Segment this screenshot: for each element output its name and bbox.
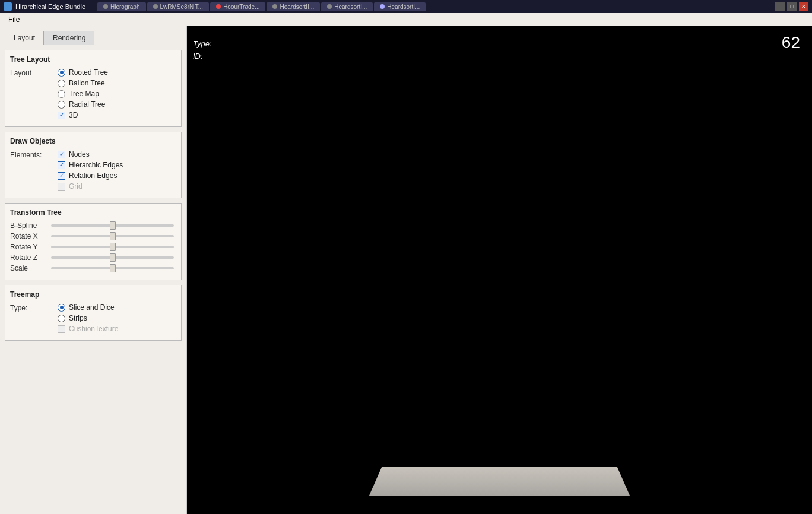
- radio-rooted-tree-input[interactable]: [58, 69, 65, 77]
- bspline-label: B-Spline: [10, 221, 49, 230]
- transform-tree-section: Transform Tree B-Spline Rotate X Rotate …: [5, 203, 182, 280]
- radio-ballon-tree-input[interactable]: [58, 80, 65, 87]
- canvas-shape: [369, 467, 630, 496]
- bspline-thumb[interactable]: [110, 221, 116, 230]
- maximize-button[interactable]: □: [787, 2, 797, 11]
- treemap-radio-group: Slice and Dice Strips CushionTexture: [58, 303, 118, 333]
- title-tab-4[interactable]: HeardsortI...: [321, 2, 373, 11]
- rotatex-label: Rotate X: [10, 232, 49, 240]
- radio-slice-dice[interactable]: Slice and Dice: [58, 303, 118, 312]
- title-tab-label-4: HeardsortI...: [334, 4, 367, 10]
- title-bar: Hirarchical Edge Bundle Hierograph LwRMS…: [0, 0, 812, 13]
- treemap-type-label: Type:: [10, 303, 58, 312]
- close-button[interactable]: ✕: [799, 2, 808, 11]
- transform-tree-title: Transform Tree: [10, 208, 176, 217]
- radio-rooted-tree[interactable]: Rooted Tree: [58, 68, 108, 77]
- canvas-type-text: Type:: [193, 38, 212, 50]
- canvas-id-text: ID:: [193, 50, 212, 63]
- radio-rooted-tree-label: Rooted Tree: [69, 68, 108, 77]
- checkbox-relation-edges-label: Relation Edges: [69, 172, 117, 180]
- menu-bar: File: [0, 13, 812, 26]
- checkbox-hierarchic-edges-input[interactable]: [58, 161, 65, 169]
- scale-track: [51, 267, 174, 269]
- checkbox-nodes-label: Nodes: [69, 150, 90, 158]
- left-panel: Layout Rendering Tree Layout Layout Root…: [0, 26, 187, 514]
- radio-tree-map-input[interactable]: [58, 90, 65, 98]
- radio-radial-tree-label: Radial Tree: [69, 100, 105, 109]
- checkbox-hierarchic-edges-label: Hierarchic Edges: [69, 161, 123, 169]
- rotatey-row: Rotate Y: [10, 243, 176, 251]
- elements-row: Elements: Nodes Hierarchic Edges Relatio…: [10, 150, 176, 191]
- treemap-type-row: Type: Slice and Dice Strips CushionTextu…: [10, 303, 176, 333]
- layout-row: Layout Rooted Tree Ballon Tree Tree Map: [10, 68, 176, 119]
- title-tab-2[interactable]: HoourTrade...: [210, 2, 265, 11]
- radio-ballon-tree[interactable]: Ballon Tree: [58, 79, 108, 87]
- tab-layout[interactable]: Layout: [5, 31, 44, 45]
- draw-objects-section: Draw Objects Elements: Nodes Hierarchic …: [5, 132, 182, 198]
- checkbox-relation-edges[interactable]: Relation Edges: [58, 172, 123, 180]
- checkbox-nodes-input[interactable]: [58, 151, 65, 158]
- rotatex-row: Rotate X: [10, 232, 176, 240]
- checkbox-3d[interactable]: 3D: [58, 111, 108, 119]
- rotatez-row: Rotate Z: [10, 253, 176, 262]
- rotatex-thumb[interactable]: [110, 232, 116, 240]
- app-icon: [4, 2, 12, 11]
- rotatez-thumb[interactable]: [110, 253, 116, 262]
- treemap-section: Treemap Type: Slice and Dice Strips Cush…: [5, 285, 182, 341]
- radio-slice-dice-label: Slice and Dice: [69, 303, 115, 312]
- radio-strips-label: Strips: [69, 314, 87, 322]
- checkbox-nodes[interactable]: Nodes: [58, 150, 123, 158]
- rotatey-label: Rotate Y: [10, 243, 49, 251]
- elements-checkbox-group: Nodes Hierarchic Edges Relation Edges Gr…: [58, 150, 123, 191]
- canvas-area[interactable]: Type: ID: 62: [187, 26, 812, 514]
- bspline-row: B-Spline: [10, 221, 176, 230]
- scale-label: Scale: [10, 264, 49, 272]
- canvas-overlay: Type: ID:: [193, 38, 212, 63]
- checkbox-hierarchic-edges[interactable]: Hierarchic Edges: [58, 161, 123, 169]
- title-tab-0[interactable]: Hierograph: [97, 2, 145, 11]
- checkbox-cushion[interactable]: CushionTexture: [58, 325, 118, 333]
- radio-radial-tree[interactable]: Radial Tree: [58, 100, 108, 109]
- radio-slice-dice-input[interactable]: [58, 304, 65, 312]
- treemap-title: Treemap: [10, 290, 176, 299]
- tree-layout-title: Tree Layout: [10, 55, 176, 64]
- rotatez-label: Rotate Z: [10, 253, 49, 262]
- checkbox-relation-edges-input[interactable]: [58, 172, 65, 180]
- tree-layout-section: Tree Layout Layout Rooted Tree Ballon Tr…: [5, 50, 182, 127]
- layout-radio-group: Rooted Tree Ballon Tree Tree Map Radial …: [58, 68, 108, 119]
- elements-label: Elements:: [10, 150, 58, 159]
- checkbox-cushion-input[interactable]: [58, 325, 65, 333]
- main-container: Layout Rendering Tree Layout Layout Root…: [0, 26, 812, 514]
- scale-thumb[interactable]: [110, 264, 116, 272]
- window-controls: ─ □ ✕: [775, 2, 808, 11]
- checkbox-grid-input[interactable]: [58, 183, 65, 191]
- scale-row: Scale: [10, 264, 176, 272]
- radio-tree-map-label: Tree Map: [69, 90, 99, 98]
- radio-strips[interactable]: Strips: [58, 314, 118, 322]
- rotatey-thumb[interactable]: [110, 243, 116, 251]
- title-tab-label-5: HeardsortI...: [387, 4, 420, 10]
- title-tab-label-3: HeardsortII...: [280, 4, 314, 10]
- minimize-button[interactable]: ─: [775, 2, 785, 11]
- title-tab-label-2: HoourTrade...: [223, 4, 259, 10]
- checkbox-grid-label: Grid: [69, 182, 83, 191]
- title-tabs: Hierograph LwRMSe8rN T... HoourTrade... …: [97, 2, 775, 11]
- tab-bar: Layout Rendering: [5, 31, 182, 45]
- title-tab-label-0: Hierograph: [110, 4, 139, 10]
- tab-rendering[interactable]: Rendering: [44, 31, 94, 45]
- rotatex-track: [51, 235, 174, 237]
- canvas-counter: 62: [782, 33, 800, 52]
- checkbox-3d-input[interactable]: [58, 112, 65, 119]
- bspline-track: [51, 224, 174, 227]
- checkbox-grid[interactable]: Grid: [58, 182, 123, 191]
- rotatey-track: [51, 246, 174, 248]
- title-tab-label-1: LwRMSe8rN T...: [160, 4, 204, 10]
- radio-radial-tree-input[interactable]: [58, 101, 65, 109]
- title-tab-5[interactable]: HeardsortI...: [374, 2, 426, 11]
- draw-objects-title: Draw Objects: [10, 137, 176, 145]
- file-menu[interactable]: File: [4, 14, 24, 25]
- title-tab-1[interactable]: LwRMSe8rN T...: [147, 2, 210, 11]
- radio-tree-map[interactable]: Tree Map: [58, 90, 108, 98]
- radio-strips-input[interactable]: [58, 315, 65, 322]
- title-tab-3[interactable]: HeardsortII...: [267, 2, 320, 11]
